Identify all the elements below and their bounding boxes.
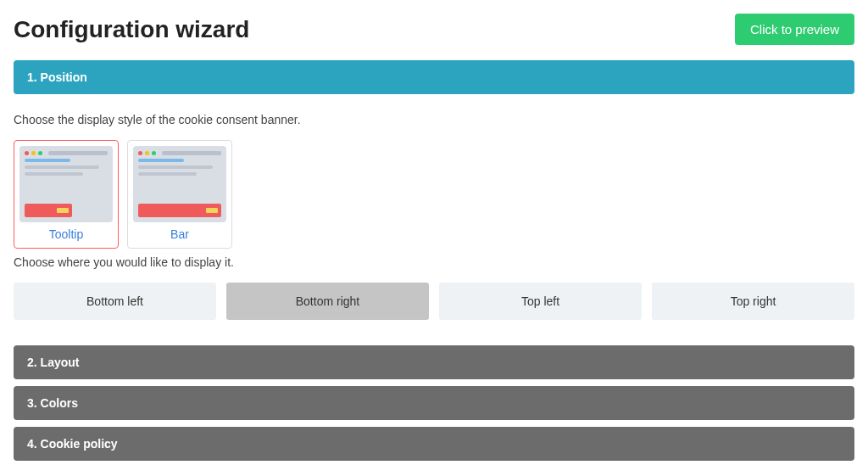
step-label: Cookie policy xyxy=(41,437,118,451)
step-header-layout[interactable]: 2. Layout xyxy=(14,345,854,379)
page-title: Configuration wizard xyxy=(14,16,249,43)
step-header-position[interactable]: 1. Position xyxy=(14,60,854,94)
style-card-bar[interactable]: Bar xyxy=(127,140,232,249)
style-card-tooltip[interactable]: Tooltip xyxy=(14,140,119,249)
placement-instruction: Choose where you would like to display i… xyxy=(14,255,854,269)
bar-preview-icon xyxy=(133,146,226,222)
tooltip-preview-icon xyxy=(19,146,113,222)
placement-top-left[interactable]: Top left xyxy=(439,283,642,320)
step-number: 3 xyxy=(27,396,34,410)
placement-button-row: Bottom left Bottom right Top left Top ri… xyxy=(14,283,854,320)
preview-button[interactable]: Click to preview xyxy=(735,14,854,45)
style-card-label: Tooltip xyxy=(19,227,113,241)
step-label: Position xyxy=(41,70,87,84)
step-body-position: Choose the display style of the cookie c… xyxy=(14,98,854,333)
step-number: 4 xyxy=(27,437,34,451)
placement-bottom-right[interactable]: Bottom right xyxy=(226,283,429,320)
step-number: 1 xyxy=(27,70,34,84)
style-card-group: Tooltip Bar xyxy=(14,140,854,249)
placement-top-right[interactable]: Top right xyxy=(652,283,854,320)
step-header-colors[interactable]: 3. Colors xyxy=(14,386,854,420)
style-instruction: Choose the display style of the cookie c… xyxy=(14,113,854,126)
placement-bottom-left[interactable]: Bottom left xyxy=(14,283,216,320)
step-label: Layout xyxy=(41,356,80,369)
step-label: Colors xyxy=(41,396,78,410)
style-card-label: Bar xyxy=(133,227,226,241)
step-header-cookie-policy[interactable]: 4. Cookie policy xyxy=(14,427,854,461)
step-number: 2 xyxy=(27,356,34,369)
